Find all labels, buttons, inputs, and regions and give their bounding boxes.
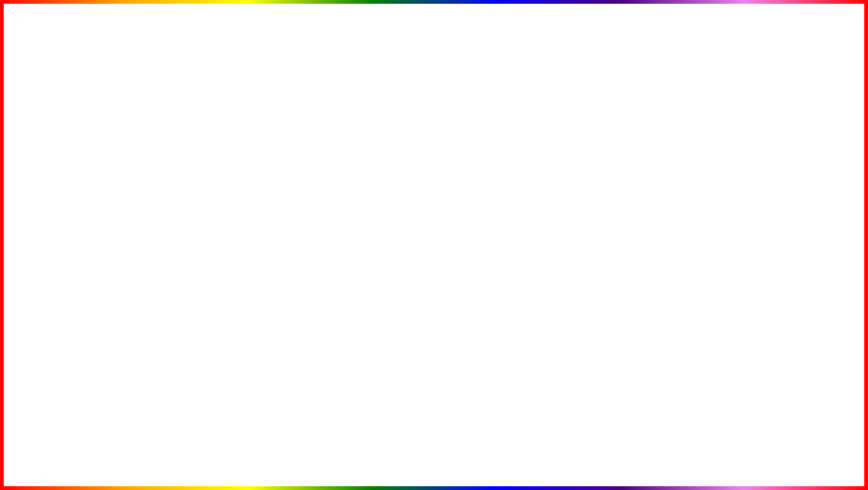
nav-main-left[interactable]: MAIN [203,95,216,103]
progression-label: Progression [207,224,236,231]
nav-other-right[interactable]: OTHER [564,95,581,103]
nav-skills-right[interactable]: SKILLS [541,95,558,103]
auto-farm-label: Auto Farm [207,144,232,151]
auto-farm-toggle-knob [362,144,368,151]
no-sun-damage-toggle[interactable] [672,201,688,209]
panel-left: Project Shutdowns | Lazy Hub ■ MAIN SKIL… [198,80,378,238]
panel-right-body: Auto Meditate Select Gourd × Big Gourd M… [518,106,696,248]
auto-gourd-toggle[interactable] [672,185,688,193]
farm-method-btn[interactable]: + [365,128,369,135]
nav-other-left[interactable]: OTHER [244,95,262,103]
refresh-weapons-label: Refresh Weapons [207,175,250,181]
watermark-right: CECRED [821,6,855,15]
select-weapon-row[interactable]: Select Weapon: Combat × [202,156,373,170]
main-title: PROJECT SLAYERS [4,13,864,71]
progression-row[interactable]: Progression [202,221,373,234]
refresh-weapons-row[interactable]: Refresh Weapons [202,172,373,184]
auto-meditate-label: Auto Meditate [526,114,559,120]
medium-gourd-label: Medium Gourd [526,157,562,164]
no-sun-damage-knob [681,202,687,208]
nav-teleport-right[interactable]: TELEPORT [586,95,613,103]
auto-equip-toggle-knob [362,190,368,196]
inf-stamina-knob [681,218,687,224]
auto-equip-toggle[interactable] [353,189,369,197]
panel-left-titlebar: Project Shutdowns | Lazy Hub ■ [199,81,377,93]
select-gourd-label: Select Gourd [526,129,558,136]
big-gourd-option[interactable]: Big Gourd [522,141,693,153]
inf-breathing-row: Inf Breathing [522,230,693,245]
panel-left-title: Project Shutdowns | Lazy Hub [203,84,281,90]
panel-right-title: Project Shutdowns | Lazy Hub [523,84,600,90]
inf-breathing-toggle[interactable] [672,233,688,241]
inf-stamina-toggle[interactable] [672,217,688,225]
distance-label: Distance [207,205,228,212]
select-weapon-btn[interactable]: × [365,160,369,167]
nav-skills-left[interactable]: SKILLS [221,95,239,103]
distance-slider-header: Distance 4 [207,205,369,212]
inf-stamina-label: Inf Stamina [526,218,554,224]
small-gourd-option[interactable]: Small Gourd [522,168,693,180]
nav-webhook-left[interactable]: WEBHOOK [299,95,325,103]
inf-breathing-knob [681,234,687,241]
panel-left-close[interactable]: ■ [366,84,372,90]
content-wrapper: KiZU PROJECT SLAYERS CECRED Project Shut… [4,4,864,486]
panel-right-titlebar: Project Shutdowns | Lazy Hub ■ [518,81,696,93]
panel-right-nav: MAIN SKILLS OTHER TELEPORT WEBHOOK [518,93,696,106]
nav-webhook-right[interactable]: WEBHOOK [618,95,644,103]
distance-track [207,214,369,216]
select-weapon-label: Select Weapon: Combat [207,160,265,166]
distance-thumb[interactable] [244,213,250,218]
auto-meditate-toggle[interactable] [672,113,688,121]
auto-farm-row: Auto Farm [202,140,373,155]
select-npc-label: Select NPC: Zoku [207,113,250,120]
nav-main-right[interactable]: MAIN [523,95,535,103]
inf-stamina-row: Inf Stamina [522,214,693,228]
title-section: KiZU PROJECT SLAYERS CECRED [4,4,864,71]
auto-meditate-knob [673,114,679,120]
select-gourd-btn[interactable]: × [685,129,688,136]
no-sun-damage-row: No Sun-Damage [522,198,693,212]
auto-equip-label: Auto Equip [207,190,233,196]
select-npc-row[interactable]: Select NPC: Zoku + [202,110,373,123]
auto-gourd-knob [681,186,687,192]
farm-method-row[interactable]: Farm Method: Below + [202,125,373,138]
distance-fill [207,214,247,216]
small-gourd-label: Small Gourd [526,171,556,177]
auto-gourd-row: Auto Gourd [522,182,693,196]
select-npc-btn[interactable]: + [365,113,369,120]
big-gourd-label: Big Gourd [526,144,550,150]
select-gourd-row[interactable]: Select Gourd × [522,126,693,139]
nav-teleport-left[interactable]: TELEPORT [267,95,294,103]
panel-right-close[interactable]: ■ [685,84,692,90]
farm-method-label: Farm Method: Below [207,129,257,135]
panel-left-nav: MAIN SKILLS OTHER TELEPORT WEBHOOK [199,93,377,106]
auto-gourd-label: Auto Gourd [526,186,554,192]
panel-right: Project Shutdowns | Lazy Hub ■ MAIN SKIL… [517,80,697,249]
auto-farm-toggle[interactable] [353,143,369,151]
inf-breathing-label: Inf Breathing [526,234,557,241]
auto-equip-row: Auto Equip [202,186,373,200]
no-sun-damage-label: No Sun-Damage [526,202,566,208]
distance-slider-row: Distance 4 [202,202,373,219]
panels-area: Project Shutdowns | Lazy Hub ■ MAIN SKIL… [171,80,697,249]
panel-left-body: Select NPC: Zoku + Farm Method: Below + … [199,106,377,237]
medium-gourd-option[interactable]: Medium Gourd [522,155,693,166]
auto-meditate-row: Auto Meditate [522,110,693,124]
distance-value: 4 [366,205,369,212]
